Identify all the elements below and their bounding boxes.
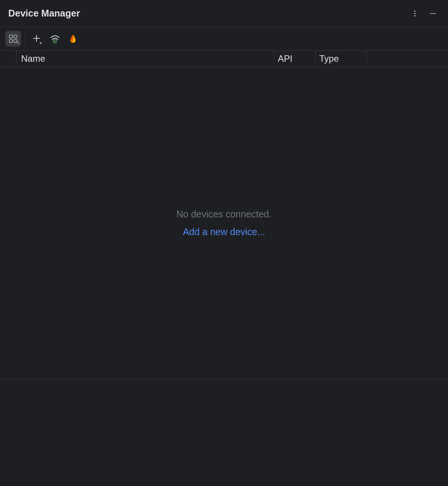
device-explorer-button[interactable] xyxy=(5,31,21,47)
svg-point-0 xyxy=(414,11,415,12)
svg-rect-6 xyxy=(9,39,12,43)
panel-title: Device Manager xyxy=(8,8,80,19)
svg-rect-4 xyxy=(9,35,12,38)
device-list-empty: No devices connected. Add a new device..… xyxy=(0,67,448,379)
column-expand[interactable] xyxy=(0,51,17,67)
minimize-button[interactable] xyxy=(425,6,440,21)
pair-wifi-button[interactable] xyxy=(47,31,63,47)
column-name[interactable]: Name xyxy=(17,51,274,67)
firebase-icon xyxy=(68,34,78,44)
add-device-link[interactable]: Add a new device... xyxy=(183,226,265,237)
column-actions[interactable] xyxy=(367,51,448,67)
grid-icon xyxy=(8,33,19,44)
toolbar-separator xyxy=(25,33,25,44)
minimize-icon xyxy=(428,9,437,18)
firebase-button[interactable] xyxy=(65,31,81,47)
empty-state-message: No devices connected. xyxy=(177,209,272,220)
create-device-button[interactable] xyxy=(29,31,45,47)
panel-header: Device Manager xyxy=(0,0,448,27)
wifi-add-icon xyxy=(49,33,61,44)
plus-icon xyxy=(31,33,43,44)
svg-point-1 xyxy=(414,13,415,14)
kebab-icon xyxy=(411,10,419,17)
column-api[interactable]: API xyxy=(274,51,315,67)
column-type[interactable]: Type xyxy=(315,51,367,67)
panel-footer xyxy=(0,379,448,486)
header-actions xyxy=(407,6,440,21)
toolbar xyxy=(0,27,448,50)
device-table-header: Name API Type xyxy=(0,50,448,67)
svg-point-2 xyxy=(414,15,415,16)
svg-rect-5 xyxy=(14,35,17,38)
more-options-button[interactable] xyxy=(407,6,422,21)
svg-rect-7 xyxy=(14,39,17,43)
